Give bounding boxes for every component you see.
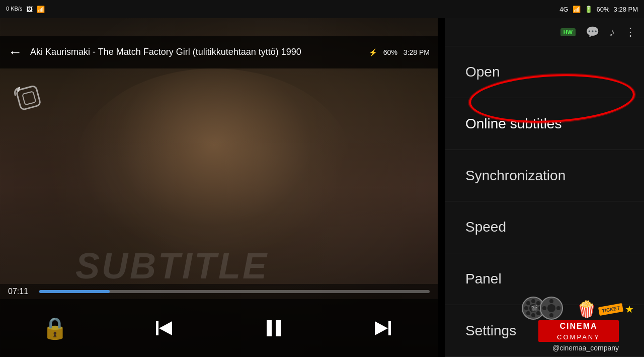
menu-item-synchronization[interactable]: Synchronization — [445, 150, 644, 202]
menu-item-speed[interactable]: Speed — [445, 201, 644, 253]
battery-player: 60% — [383, 48, 397, 56]
video-title: Aki Kaurismaki - The Match Factory Girl … — [30, 46, 361, 58]
current-time: 07:11 — [8, 287, 33, 296]
menu-item-synchronization-label: Synchronization — [465, 168, 566, 184]
controls-bar: 🔒 — [0, 299, 438, 357]
film-figure — [75, 68, 352, 260]
menu-item-online-subtitles-label: Online subtitles — [465, 116, 561, 132]
lock-button[interactable]: 🔒 — [40, 313, 70, 343]
wifi-icon: 📶 — [37, 6, 45, 13]
svg-marker-3 — [159, 321, 172, 335]
dropdown-menu: HW 💬 ♪ ⋮ Open Online subtitles Synchroni… — [445, 18, 644, 357]
back-button[interactable]: ← — [8, 44, 22, 60]
svg-rect-5 — [276, 320, 281, 336]
4g-indicator: 4G — [559, 6, 568, 13]
svg-rect-2 — [156, 321, 158, 335]
music-icon[interactable]: ♪ — [609, 26, 615, 39]
battery-icon-player: ⚡ — [369, 48, 377, 56]
video-top-bar: ← Aki Kaurismaki - The Match Factory Gir… — [0, 36, 438, 68]
status-right: 4G 📶 🔋 60% 3:28 PM — [559, 6, 638, 13]
menu-item-speed-label: Speed — [465, 219, 506, 235]
next-button[interactable] — [368, 313, 398, 343]
menu-item-open[interactable]: Open — [445, 46, 644, 98]
video-area[interactable]: SUBTITLE ← Aki Kaurismaki - The Match Fa… — [0, 18, 438, 357]
progress-track[interactable] — [39, 290, 430, 293]
prev-button[interactable] — [149, 313, 179, 343]
lock-icon: 🔒 — [42, 316, 68, 340]
menu-item-panel-label: Panel — [465, 271, 502, 287]
svg-marker-7 — [375, 321, 388, 335]
svg-rect-4 — [267, 320, 272, 336]
progress-fill — [39, 290, 110, 293]
top-bar-right: ⚡ 60% 3:28 PM — [369, 48, 430, 56]
battery-percent: 60% — [597, 6, 610, 13]
menu-item-settings[interactable]: Settings — [445, 305, 644, 357]
battery-icon: 🔋 — [585, 6, 593, 13]
status-left: 0 KB/s 🖼 📶 — [6, 6, 45, 13]
progress-area[interactable]: 07:11 — [0, 284, 438, 299]
time-player: 3:28 PM — [404, 48, 430, 56]
screenshot-icon: 🖼 — [26, 6, 33, 13]
clock: 3:28 PM — [614, 6, 638, 13]
menu-item-open-label: Open — [465, 64, 500, 80]
menu-top-bar: HW 💬 ♪ ⋮ — [445, 18, 644, 46]
status-bar: 0 KB/s 🖼 📶 4G 📶 🔋 60% 3:28 PM — [0, 0, 644, 18]
menu-item-online-subtitles[interactable]: Online subtitles — [445, 98, 644, 150]
svg-rect-6 — [388, 321, 391, 335]
hw-badge: HW — [560, 28, 576, 36]
menu-item-panel[interactable]: Panel — [445, 253, 644, 305]
more-icon[interactable]: ⋮ — [625, 26, 636, 39]
svg-rect-0 — [16, 86, 41, 110]
play-pause-button[interactable] — [259, 313, 289, 343]
kb-indicator: 0 KB/s — [6, 6, 22, 12]
subtitle-icon[interactable]: 💬 — [586, 26, 599, 39]
svg-rect-1 — [22, 91, 36, 105]
menu-item-settings-label: Settings — [465, 323, 516, 339]
signal-icon: 📶 — [573, 6, 581, 13]
video-watermark: SUBTITLE — [75, 245, 269, 287]
